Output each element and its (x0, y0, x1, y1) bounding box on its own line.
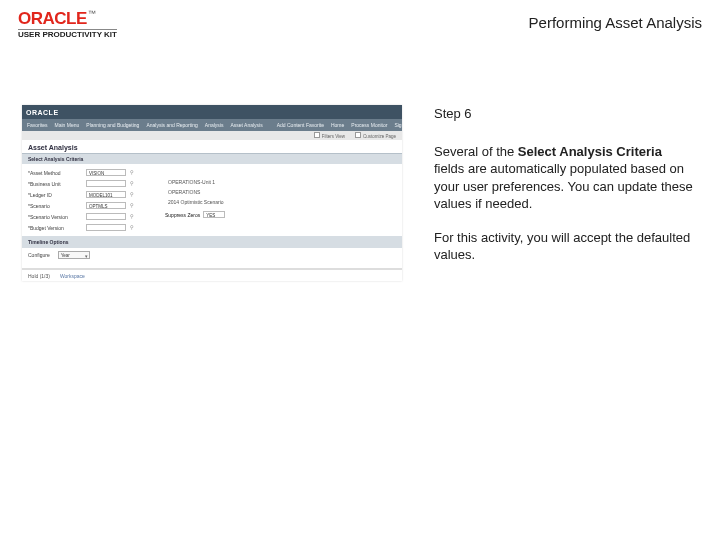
criteria-heading: Select Analysis Criteria (22, 154, 402, 164)
logo-block: ORACLE™ USER PRODUCTIVITY KIT (18, 10, 117, 39)
tab-item: Asset Analysis (230, 122, 262, 128)
search-icon: ⚲ (129, 191, 135, 198)
instruction-panel: Step 6 Several of the Select Analysis Cr… (434, 105, 694, 281)
tab-item: Main Menu (55, 122, 80, 128)
field-label: Suppress Zeros (165, 212, 200, 218)
field-label: *Business Unit (28, 181, 83, 187)
tab-item: Sign out (394, 122, 402, 128)
search-icon: ⚲ (129, 169, 135, 176)
config-select: Year (58, 251, 90, 259)
checkbox-icon (355, 132, 361, 138)
search-icon: ⚲ (129, 213, 135, 220)
footer-hold: Hold (1/3) (28, 273, 50, 279)
criteria-body: *Asset Method VISION ⚲ *Business Unit ⚲ … (22, 164, 402, 236)
section-heading: Asset Analysis (22, 140, 402, 154)
search-icon: ⚲ (129, 180, 135, 187)
tabs-bar: Favorites Main Menu Planning and Budgeti… (22, 119, 402, 131)
footer-link: Workspace (60, 273, 85, 279)
field-desc: OPERATIONS (168, 189, 225, 195)
tab-item: Analysis (205, 122, 224, 128)
field-desc (168, 169, 225, 175)
instruction-text-2: For this activity, you will accept the d… (434, 229, 694, 264)
field-desc: 2014 Optimistic Scenario (168, 199, 225, 205)
sub-item: Customize Page (363, 134, 396, 139)
field-label: *Asset Method (28, 170, 83, 176)
tab-item: Process Monitor (351, 122, 387, 128)
timeline-body: Configure Year (22, 248, 402, 262)
field-value (86, 180, 126, 187)
tab-item: Home (331, 122, 344, 128)
timeline-heading: Timeline Options (22, 236, 402, 248)
tab-item: Planning and Budgeting (86, 122, 139, 128)
field-value: VISION (86, 169, 126, 176)
search-icon: ⚲ (129, 202, 135, 209)
field-value (86, 213, 126, 220)
oracle-bar-text: ORACLE (26, 109, 59, 116)
config-label: Configure (28, 252, 50, 258)
field-label: *Scenario Version (28, 214, 83, 220)
search-icon: ⚲ (129, 224, 135, 231)
instruction-text-1: Several of the Select Analysis Criteria … (434, 143, 694, 213)
checkbox-icon (314, 132, 320, 138)
field-label: *Scenario (28, 203, 83, 209)
field-value: YES (203, 211, 225, 218)
field-label: *Budget Version (28, 225, 83, 231)
logo-sub: USER PRODUCTIVITY KIT (18, 29, 117, 39)
logo-tm: ™ (88, 9, 96, 18)
tab-item: Add Content Favorite (277, 122, 324, 128)
sub-item: Filters View (322, 134, 345, 139)
footer-row: Hold (1/3) Workspace (22, 268, 402, 281)
field-value: OPTMLS (86, 202, 126, 209)
logo-text: ORACLE (18, 9, 87, 28)
tab-item: Favorites (27, 122, 48, 128)
sub-bar: Filters View Customize Page (22, 131, 402, 140)
app-screenshot: ORACLE Favorites Main Menu Planning and … (22, 105, 402, 281)
field-value: MODEL101 (86, 191, 126, 198)
field-desc: OPERATIONS-Unit 1 (168, 179, 225, 185)
oracle-bar: ORACLE (22, 105, 402, 119)
tab-item: Analysis and Reporting (146, 122, 197, 128)
step-label: Step 6 (434, 105, 694, 123)
page-title: Performing Asset Analysis (529, 14, 702, 31)
field-value (86, 224, 126, 231)
field-label: *Ledger ID (28, 192, 83, 198)
